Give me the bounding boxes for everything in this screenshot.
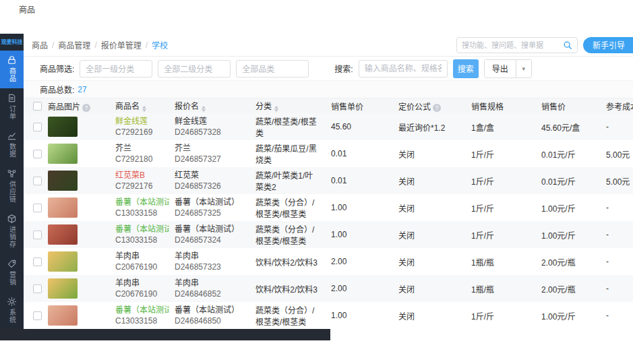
column-header-label: 商品名 [115, 102, 140, 111]
sidebar-item-label: 数据 [9, 143, 16, 158]
product-name: 红苋菜B [115, 170, 164, 181]
product-name: 番薯（本站测试） [115, 305, 164, 315]
product-photo[interactable] [48, 224, 78, 245]
pricing-formula: 关闭 [393, 275, 466, 302]
sidebar-item-orders[interactable]: 订单 [0, 88, 24, 126]
quote-code: D246857323 [175, 262, 245, 272]
breadcrumb-separator: / [94, 40, 96, 50]
product-name: 羊肉串 [115, 278, 164, 289]
search-button[interactable]: 搜索 [453, 59, 479, 78]
row-checkbox[interactable] [33, 123, 42, 131]
column-header: 销售价 [536, 98, 601, 113]
breadcrumb-item[interactable]: 商品管理 [58, 39, 90, 51]
reference-cost: - [601, 113, 633, 140]
total-count-label: 商品总数: [40, 84, 74, 95]
sort-icon[interactable] [274, 106, 278, 112]
global-search[interactable] [456, 37, 578, 53]
product-photo[interactable] [48, 278, 78, 299]
breadcrumb-item[interactable]: 商品 [32, 39, 48, 51]
column-header-label: 定价公式 [398, 102, 431, 112]
unit-price: 2.00 [326, 248, 393, 275]
breadcrumb-item[interactable]: 学校 [152, 39, 168, 51]
product-name: 番薯（本站测试） [115, 224, 164, 235]
table-row: 羊肉串C20676190羊肉串D246857323饮料/饮料2/饮料32.00关… [24, 248, 633, 275]
filter-select-value: 全部二级分类 [164, 63, 212, 74]
row-checkbox[interactable] [33, 284, 42, 293]
export-button[interactable]: 导出 [485, 60, 516, 78]
product-photo[interactable] [48, 171, 78, 191]
row-checkbox[interactable] [33, 177, 42, 185]
orders-icon [7, 93, 17, 103]
global-search-input[interactable] [462, 41, 563, 49]
row-checkbox[interactable] [33, 204, 42, 212]
row-checkbox[interactable] [33, 311, 42, 320]
column-header-label: 销售单价 [331, 102, 363, 112]
column-header-label: 商品图片 [48, 102, 80, 112]
sidebar-item-goods[interactable]: 商品 [0, 51, 24, 88]
sidebar-item-supply[interactable]: 供应链 [0, 164, 24, 209]
top-corner-label: 商品 [19, 3, 35, 15]
pricing-formula: 关闭 [393, 248, 466, 275]
sale-price: 1.00元/斤 [536, 221, 601, 248]
app-logo: 观麦科技 [1, 34, 24, 51]
sort-icon[interactable] [202, 106, 206, 112]
category: 蔬菜类（分合）/根茎类/根茎类 [250, 194, 326, 221]
row-checkbox[interactable] [33, 257, 42, 266]
product-search-input[interactable] [359, 60, 448, 78]
quote-code: D246846852 [175, 289, 245, 299]
sale-spec: 1斤/斤 [466, 140, 536, 167]
help-icon[interactable]: ? [82, 104, 90, 112]
reference-cost: - [601, 221, 633, 248]
system-icon [7, 297, 17, 307]
select-all-checkbox[interactable] [33, 102, 42, 111]
reference-cost: - [601, 275, 633, 302]
category: 蔬菜/叶菜类1/叶菜类2 [250, 167, 326, 194]
quote-name: 红苋菜 [175, 170, 245, 181]
product-photo[interactable] [48, 198, 78, 218]
sale-price: 0.01元/斤 [536, 140, 601, 167]
sort-icon[interactable] [142, 106, 146, 112]
main-content: 商品/商品管理/报价单管理/学校 新手引导 商品筛选: 全部一级分类全部二级分类… [24, 34, 633, 340]
product-code: C7292176 [115, 181, 164, 191]
product-photo[interactable] [48, 251, 78, 272]
quote-code: D246857328 [175, 127, 245, 138]
help-icon[interactable]: ? [433, 104, 441, 112]
unit-price: 1.00 [326, 302, 393, 329]
product-photo[interactable] [48, 144, 78, 164]
column-header: 分类 [250, 98, 326, 113]
sidebar-item-marketing[interactable]: 营销 [0, 254, 24, 292]
filter-select-2[interactable]: 全部二级分类 [158, 60, 231, 78]
summary-bar: 商品总数: 27 [24, 81, 633, 98]
quote-name: 鲜金线莲 [175, 116, 245, 127]
guide-button[interactable]: 新手引导 [583, 37, 633, 53]
column-header-label: 参考成本 [606, 102, 633, 112]
product-code: C20676190 [115, 289, 164, 299]
filter-select-3[interactable]: 全部品类 [236, 60, 309, 78]
sidebar-item-inventory[interactable]: 进销存 [0, 209, 24, 254]
unit-price: 1.00 [326, 221, 393, 248]
pricing-formula: 关闭 [393, 140, 466, 167]
row-checkbox[interactable] [33, 150, 42, 158]
filter-select-value: 全部品类 [242, 63, 274, 74]
row-checkbox[interactable] [33, 231, 42, 239]
breadcrumb-item[interactable]: 报价单管理 [101, 39, 142, 51]
app-frame: 观麦科技 商品订单数据供应链进销存营销系统 商品/商品管理/报价单管理/学校 新… [0, 34, 633, 340]
pricing-formula: 关闭 [393, 302, 466, 329]
table-row: 鲜金线莲C7292169鲜金线莲D246857328蔬菜/根茎类/根茎类45.6… [24, 113, 633, 140]
quote-name: 番薯（本站测试） [175, 305, 245, 315]
search-icon[interactable] [563, 40, 572, 50]
product-photo[interactable] [48, 117, 78, 137]
table-row: 芥兰C7292180芥兰D246857327蔬菜/茄果瓜豆/黑烧类0.01关闭1… [24, 140, 633, 167]
sidebar-item-data[interactable]: 数据 [0, 126, 24, 164]
chevron-down-icon[interactable]: ▾ [516, 60, 531, 78]
sidebar-item-system[interactable]: 系统 [0, 292, 24, 330]
column-header: 商品图片? [42, 98, 110, 113]
sale-price: 1.00元/斤 [536, 302, 601, 329]
sale-spec: 1盒/盒 [466, 113, 536, 140]
filter-select-1[interactable]: 全部一级分类 [80, 60, 152, 78]
sidebar-item-label: 营销 [9, 271, 16, 286]
column-header: 商品名 [110, 98, 169, 113]
product-photo[interactable] [48, 305, 78, 326]
table-row: 羊肉串C20676190羊肉串D246846852饮料/饮料2/饮料32.00关… [24, 275, 633, 302]
topbar-right: 新手引导 [456, 37, 633, 53]
